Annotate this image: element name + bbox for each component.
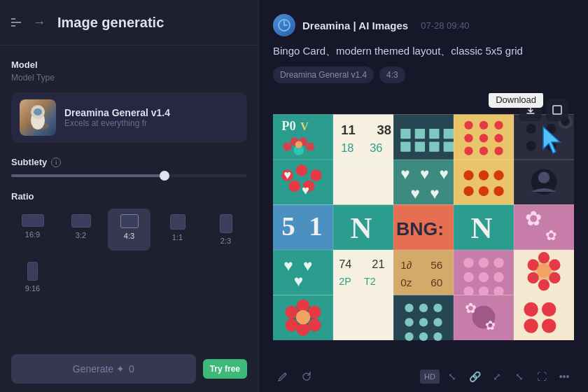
svg-text:11: 11: [341, 122, 355, 137]
svg-text:✿: ✿: [525, 207, 542, 230]
svg-text:0z: 0z: [400, 276, 412, 288]
tool-button-3[interactable]: ⤢: [487, 367, 507, 386]
svg-point-110: [538, 252, 550, 263]
ratio-section: Ratio 16:9 3:2 4:3 1:1: [11, 191, 247, 298]
ratio-9x16[interactable]: 9:16: [11, 256, 54, 298]
image-container: P0 V 11 38 18 36: [273, 93, 574, 362]
left-panel: → Image generatic Model Model Type: [0, 0, 259, 392]
tool-button-1[interactable]: ⤡: [442, 367, 462, 386]
svg-point-101: [493, 258, 503, 267]
svg-point-122: [297, 323, 309, 335]
ratio-2x3[interactable]: 2:3: [204, 209, 247, 251]
panel-header: → Image generatic: [0, 0, 258, 46]
svg-text:N: N: [351, 211, 372, 244]
ratio-box-9x16: [27, 262, 38, 281]
svg-text:P0: P0: [281, 119, 295, 133]
refresh-button[interactable]: [297, 367, 316, 386]
tool-button-2[interactable]: 🔗: [465, 367, 484, 386]
ratio-16x9[interactable]: 16:9: [11, 209, 54, 251]
svg-point-39: [494, 146, 503, 155]
model-tag: Dreamina General v1.4: [273, 66, 374, 83]
bottom-right-tools: HD ⤡ 🔗 ⤢ ⤡ ⛶ •••: [420, 367, 574, 386]
svg-point-123: [285, 318, 298, 331]
svg-point-33: [494, 120, 503, 129]
svg-rect-25: [444, 128, 454, 138]
svg-point-37: [464, 146, 472, 155]
bottom-left-tools: [273, 367, 316, 386]
svg-rect-22: [400, 128, 410, 138]
svg-text:♥: ♥: [400, 164, 410, 182]
svg-point-51: [289, 180, 300, 191]
subtlety-info-icon[interactable]: i: [51, 158, 61, 167]
ratio-tag: 4:3: [379, 66, 405, 83]
svg-text:♥: ♥: [303, 256, 312, 274]
svg-rect-29: [444, 141, 454, 151]
svg-point-133: [433, 318, 442, 326]
svg-rect-55: [333, 160, 393, 205]
svg-point-135: [419, 332, 428, 340]
svg-text:BNG:: BNG:: [396, 218, 444, 239]
svg-point-71: [538, 172, 550, 183]
tool-button-5[interactable]: ⛶: [532, 367, 552, 386]
svg-point-131: [405, 318, 413, 326]
tool-button-4[interactable]: ⤡: [510, 367, 529, 386]
panel-content: Model Model Type: [0, 46, 258, 312]
subtlety-section: Subtlety i: [11, 157, 247, 177]
svg-text:N: N: [471, 211, 493, 244]
svg-rect-81: [514, 204, 574, 250]
ratio-grid: 16:9 3:2 4:3 1:1 2:3: [11, 209, 247, 298]
ratio-box-4x3: [120, 214, 139, 228]
svg-point-125: [296, 310, 310, 324]
svg-text:♥: ♥: [411, 185, 420, 202]
subtlety-label: Subtlety i: [11, 157, 247, 167]
svg-point-32: [479, 120, 488, 129]
svg-text:♥: ♥: [430, 185, 439, 202]
svg-point-41: [526, 123, 536, 133]
svg-point-136: [433, 332, 442, 340]
svg-point-114: [527, 272, 538, 283]
svg-text:1∂: 1∂: [400, 258, 412, 270]
svg-rect-27: [415, 141, 425, 151]
svg-rect-154: [553, 106, 561, 114]
subtlety-slider-track: [11, 174, 247, 177]
model-card[interactable]: Dreamina General v1.4 Excels at everythi…: [11, 92, 247, 143]
svg-point-104: [493, 272, 503, 281]
subtlety-slider-thumb[interactable]: [160, 171, 169, 181]
ratio-text-9x16: 9:16: [25, 284, 40, 293]
navigate-forward-icon[interactable]: →: [29, 13, 49, 32]
svg-point-102: [463, 272, 473, 281]
edit-button[interactable]: [273, 367, 293, 386]
generate-button[interactable]: Generate ✦ 0: [11, 354, 196, 384]
svg-text:♥: ♥: [302, 183, 309, 197]
svg-point-99: [463, 258, 473, 267]
more-button[interactable]: •••: [554, 367, 574, 386]
svg-point-121: [308, 318, 321, 331]
expand-button[interactable]: [546, 99, 568, 121]
model-description: Excels at everything fr: [64, 118, 239, 128]
svg-text:56: 56: [430, 258, 442, 270]
try-free-button[interactable]: Try free: [203, 359, 247, 379]
svg-point-4: [34, 108, 42, 115]
app-icon: [273, 14, 295, 36]
svg-point-112: [549, 272, 560, 283]
ratio-1x1[interactable]: 1:1: [156, 209, 199, 251]
model-section-sublabel: Model Type: [11, 73, 247, 83]
menu-icon[interactable]: [11, 18, 21, 27]
svg-text:38: 38: [377, 122, 391, 137]
svg-point-145: [542, 318, 556, 332]
svg-text:60: 60: [430, 276, 442, 288]
panel-title: Image generatic: [57, 15, 164, 31]
svg-text:36: 36: [370, 141, 382, 153]
ratio-4x3[interactable]: 4:3: [108, 209, 150, 251]
svg-text:♥: ♥: [440, 164, 449, 182]
ratio-3x2[interactable]: 3:2: [59, 209, 102, 251]
svg-point-13: [306, 142, 314, 150]
ratio-text-1x1: 1:1: [172, 233, 183, 241]
svg-point-128: [405, 303, 413, 312]
svg-text:✿: ✿: [545, 226, 557, 242]
svg-point-130: [433, 303, 442, 312]
svg-text:♥: ♥: [284, 256, 293, 274]
svg-text:18: 18: [341, 141, 354, 153]
svg-text:♥: ♥: [284, 167, 291, 181]
svg-rect-26: [400, 141, 410, 151]
